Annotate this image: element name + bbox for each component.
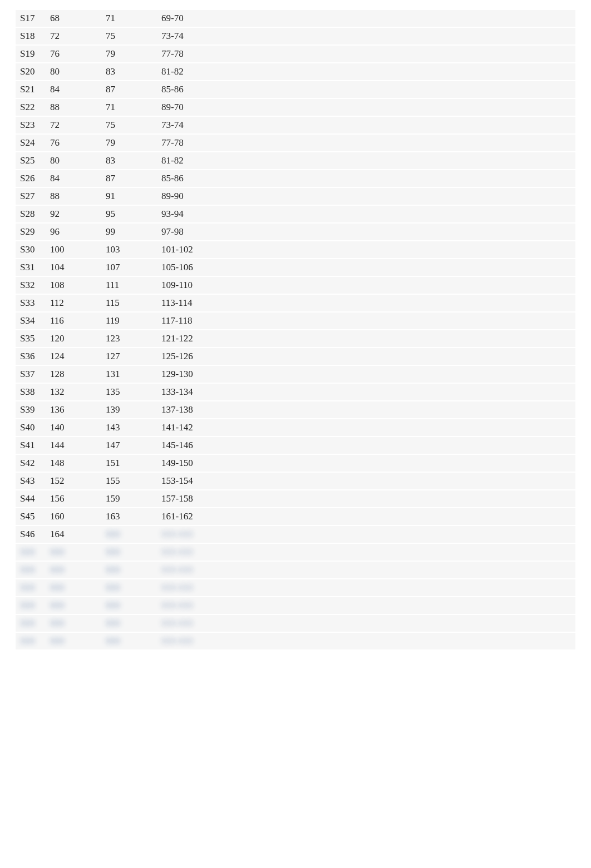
row-col4: 157-158: [161, 493, 575, 504]
row-col2: 72: [50, 120, 106, 131]
row-col2: 000: [50, 564, 106, 576]
row-label: S29: [16, 226, 50, 237]
row-label: S38: [16, 386, 50, 398]
table-row: S46164000000-000: [16, 526, 575, 544]
row-col3: 159: [106, 493, 161, 504]
row-col2: 124: [50, 351, 106, 362]
row-col3: 71: [106, 102, 161, 113]
row-label: S26: [16, 173, 50, 184]
table-row: S33112115113-114: [16, 295, 575, 313]
row-label: S25: [16, 155, 50, 166]
row-label: S37: [16, 369, 50, 380]
row-label: S36: [16, 351, 50, 362]
row-col2: 148: [50, 458, 106, 469]
table-row: S30100103101-102: [16, 241, 575, 259]
row-col3: 79: [106, 48, 161, 59]
row-col2: 80: [50, 66, 106, 77]
row-label: S00: [16, 600, 50, 611]
row-col3: 91: [106, 191, 161, 202]
table-row: S39136139137-138: [16, 401, 575, 419]
row-label: S35: [16, 333, 50, 344]
row-col3: 000: [106, 529, 161, 540]
row-col2: 112: [50, 297, 106, 309]
table-row: S00000000000-000: [16, 597, 575, 615]
row-col3: 107: [106, 262, 161, 273]
row-col2: 128: [50, 369, 106, 380]
row-col3: 139: [106, 404, 161, 415]
row-col3: 151: [106, 458, 161, 469]
table-row: S41144147145-146: [16, 437, 575, 455]
row-col2: 92: [50, 209, 106, 220]
row-col2: 80: [50, 155, 106, 166]
row-col4: 145-146: [161, 440, 575, 451]
row-col2: 152: [50, 475, 106, 487]
row-col3: 79: [106, 137, 161, 148]
table-row: S00000000000-000: [16, 615, 575, 633]
row-col4: 73-74: [161, 120, 575, 131]
row-col2: 72: [50, 31, 106, 42]
table-row: S25808381-82: [16, 152, 575, 170]
row-col2: 100: [50, 244, 106, 255]
row-col2: 88: [50, 102, 106, 113]
row-col3: 75: [106, 31, 161, 42]
row-label: S17: [16, 13, 50, 24]
row-col3: 000: [106, 618, 161, 629]
row-col3: 71: [106, 13, 161, 24]
row-col2: 000: [50, 636, 106, 647]
row-label: S32: [16, 280, 50, 291]
row-col4: 000-000: [161, 547, 575, 558]
row-col3: 83: [106, 155, 161, 166]
table-row: S00000000000-000: [16, 562, 575, 579]
row-col3: 000: [106, 547, 161, 558]
row-col4: 109-110: [161, 280, 575, 291]
row-label: S00: [16, 582, 50, 593]
row-label: S28: [16, 209, 50, 220]
row-label: S39: [16, 404, 50, 415]
table-row: S24767977-78: [16, 135, 575, 152]
row-col3: 000: [106, 582, 161, 593]
row-col4: 77-78: [161, 137, 575, 148]
row-col3: 000: [106, 564, 161, 576]
row-col2: 104: [50, 262, 106, 273]
table-row: S00000000000-000: [16, 579, 575, 597]
row-col4: 77-78: [161, 48, 575, 59]
table-row: S35120123121-122: [16, 330, 575, 348]
row-col3: 127: [106, 351, 161, 362]
row-label: S27: [16, 191, 50, 202]
row-col4: 73-74: [161, 31, 575, 42]
row-col2: 156: [50, 493, 106, 504]
row-col3: 147: [106, 440, 161, 451]
row-col4: 69-70: [161, 13, 575, 24]
row-col4: 81-82: [161, 155, 575, 166]
row-label: S19: [16, 48, 50, 59]
row-label: S43: [16, 475, 50, 487]
row-col4: 105-106: [161, 262, 575, 273]
table-row: S20808381-82: [16, 63, 575, 81]
row-col4: 153-154: [161, 475, 575, 487]
row-label: S24: [16, 137, 50, 148]
table-row: S45160163161-162: [16, 508, 575, 526]
row-col4: 000-000: [161, 600, 575, 611]
row-label: S18: [16, 31, 50, 42]
row-col4: 81-82: [161, 66, 575, 77]
table-row: S27889189-90: [16, 188, 575, 206]
table-row: S36124127125-126: [16, 348, 575, 366]
table-row: S37128131129-130: [16, 366, 575, 384]
table-row: S00000000000-000: [16, 544, 575, 562]
row-col3: 95: [106, 209, 161, 220]
table-row: S18727573-74: [16, 28, 575, 46]
table-row: S43152155153-154: [16, 473, 575, 490]
row-col4: 89-90: [161, 191, 575, 202]
table-row: S34116119117-118: [16, 313, 575, 330]
row-col2: 160: [50, 511, 106, 522]
row-col3: 103: [106, 244, 161, 255]
table-row: S23727573-74: [16, 117, 575, 135]
table-row: S32108111109-110: [16, 277, 575, 295]
table-row: S42148151149-150: [16, 455, 575, 473]
data-table: S17687169-70S18727573-74S19767977-78S208…: [16, 10, 575, 651]
row-col4: 89-70: [161, 102, 575, 113]
row-col3: 131: [106, 369, 161, 380]
row-col2: 108: [50, 280, 106, 291]
row-label: S20: [16, 66, 50, 77]
row-col3: 87: [106, 173, 161, 184]
